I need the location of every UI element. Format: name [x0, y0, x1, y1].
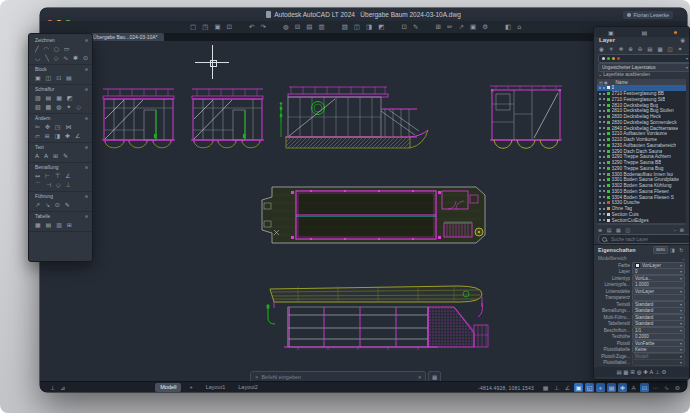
layer-freeze-icon[interactable] — [603, 144, 605, 146]
statusbar-left-icon[interactable]: ⊥ — [50, 384, 55, 391]
layout-tab[interactable]: Layout2 — [233, 383, 263, 392]
toolbar-icon-group[interactable]: ↶ ↷ — [249, 23, 268, 31]
status-toggle-icon[interactable]: ▦ — [541, 383, 550, 392]
palette-tool-icons-row[interactable]: ▨ ▤ ▦ ◩ — [35, 93, 88, 102]
palette-section-options-icon[interactable] — [85, 195, 88, 198]
layer-visibility-icon[interactable] — [599, 110, 601, 112]
layer-visibility-icon[interactable] — [599, 213, 601, 215]
toolbar-icon-group[interactable]: ◍ ⊟ ▤ ▥ — [283, 23, 327, 31]
layer-freeze-icon[interactable] — [603, 121, 605, 123]
layer-color-swatch[interactable] — [607, 155, 610, 158]
layer-color-swatch[interactable] — [607, 219, 610, 222]
layer-color-swatch[interactable] — [607, 144, 610, 147]
layer-color-swatch[interactable] — [607, 115, 610, 118]
status-toggle-icon[interactable]: ◱ — [585, 383, 594, 392]
palette-section-options-icon[interactable] — [85, 166, 88, 169]
layer-visibility-icon[interactable] — [599, 156, 601, 158]
layer-visibility-icon[interactable] — [599, 167, 601, 169]
palette-tool-icons-row[interactable]: ↔ ⊢ ⊤ ∠ — [35, 171, 88, 180]
palette-tool-icons-row[interactable]: ▦ ▤ ▥ ⊞ — [35, 220, 88, 229]
toolbar-icon-group[interactable]: ⊡ ✎ — [401, 23, 420, 31]
layer-color-swatch[interactable] — [607, 121, 610, 124]
command-history-caret-icon[interactable]: ▾ — [418, 374, 421, 380]
palette-section-options-icon[interactable] — [85, 39, 88, 42]
layer-color-swatch[interactable] — [607, 92, 610, 95]
layer-visibility-icon[interactable] — [599, 179, 601, 181]
layer-freeze-icon[interactable] — [603, 162, 605, 164]
panel-tab-content-icon[interactable]: ▤ — [641, 29, 647, 36]
palette-tool-icons-row[interactable]: ╱ ◠ ○ ▭ — [35, 44, 88, 53]
status-toggle-icon[interactable]: ⊥ — [552, 383, 561, 392]
status-toggle-icon[interactable]: ∠ — [563, 383, 572, 392]
layer-visibility-icon[interactable] — [599, 133, 601, 135]
toolbar-icon-group[interactable]: ▢ ◳ ▣ ⊡ — [190, 23, 234, 31]
layer-search-field[interactable] — [598, 234, 690, 244]
palette-section-options-icon[interactable] — [85, 88, 88, 91]
command-input-hint[interactable]: Befehl eingeben — [261, 374, 418, 380]
palette-section-header[interactable]: Zeichnen — [35, 37, 88, 44]
layer-color-swatch[interactable] — [607, 98, 610, 101]
palette-tool-icons-row2[interactable]: ◡ ╲ ◇ ∿ ✱ ⊙ ⌒ — [35, 53, 88, 62]
layer-visibility-icon[interactable] — [599, 139, 601, 141]
palette-tool-icons-row[interactable]: A A ⊞ ✎ — [35, 151, 88, 160]
layer-freeze-icon[interactable] — [603, 87, 605, 89]
status-toggle-icon[interactable]: ⚙ — [673, 383, 682, 392]
layer-visibility-icon[interactable] — [599, 190, 601, 192]
drawing-tab-active[interactable]: Übergabe Bau...024-03-10A* — [87, 33, 164, 41]
layer-color-swatch[interactable] — [607, 104, 610, 107]
status-toggle-icon[interactable]: A — [629, 383, 638, 392]
layer-color-swatch[interactable] — [607, 127, 610, 130]
layer-freeze-icon[interactable] — [603, 196, 605, 198]
palette-section-options-icon[interactable] — [85, 117, 88, 120]
panel-tab-tools-icon[interactable]: ▣ — [608, 29, 614, 36]
status-toggle-icon[interactable]: ⋯ — [651, 383, 660, 392]
layer-freeze-icon[interactable] — [603, 150, 605, 152]
layer-list-collapse-toggle[interactable]: ⌄ Layerliste ausblenden — [598, 72, 650, 77]
palette-tool-icons-row2[interactable]: ▱ ⊞ ◨ ✚ ∠ — [35, 131, 88, 140]
layer-color-swatch[interactable] — [607, 86, 610, 89]
layer-freeze-icon[interactable] — [603, 219, 605, 221]
layer-freeze-icon[interactable] — [603, 190, 605, 192]
layer-visibility-icon[interactable] — [599, 162, 601, 164]
layer-color-swatch[interactable] — [607, 190, 610, 193]
layer-color-swatch[interactable] — [607, 150, 610, 153]
layer-tools-row[interactable]: ◉ ☀ ❄ ⊕ ⊖ ▤ ▦ ◫ ✦ — [594, 46, 689, 54]
status-toggle-icon[interactable]: ⌖ — [596, 383, 605, 392]
layer-freeze-icon[interactable] — [603, 110, 605, 112]
layer-filter-control[interactable]: ▾ — [598, 54, 690, 63]
palette-section-header[interactable]: Block — [35, 66, 88, 73]
layer-freeze-icon[interactable] — [603, 133, 605, 135]
layer-freeze-icon[interactable] — [603, 208, 605, 210]
layer-visibility-icon[interactable] — [599, 144, 601, 146]
title-bar[interactable]: Autodesk AutoCAD LT 2024 Übergabe Baum 2… — [40, 8, 687, 21]
layer-color-swatch[interactable] — [607, 213, 610, 216]
layer-visibility-icon[interactable] — [599, 196, 601, 198]
layer-visibility-icon[interactable] — [599, 104, 601, 106]
layout-tab[interactable]: Layout1 — [201, 383, 231, 392]
layer-freeze-icon[interactable] — [603, 139, 605, 141]
pin-panel-icon[interactable]: ◉ — [680, 37, 685, 43]
toolbar-icon-group[interactable]: ◧ ⌂ — [505, 23, 523, 31]
palette-section-header[interactable]: Bemaßung — [35, 164, 88, 171]
space-selector[interactable]: Modellbereich⌄ — [598, 255, 685, 261]
layer-header-name[interactable]: Name — [616, 80, 628, 85]
layer-freeze-icon[interactable] — [603, 213, 605, 215]
layout-tab[interactable]: + — [184, 383, 197, 392]
layer-footer-icons[interactable]: ⊕ ▤ ▦ ◫ — [598, 227, 632, 233]
status-toggle-icon[interactable]: ✚ — [618, 383, 627, 392]
layer-freeze-icon[interactable] — [603, 202, 605, 204]
layer-search-input[interactable] — [609, 236, 683, 243]
layer-visibility-icon[interactable] — [599, 98, 601, 100]
panel-footer-icons[interactable]: ▤ ▦ ⊞ ◍ ✚ A ⊥ ⚙ — [594, 367, 689, 377]
layer-freeze-icon[interactable] — [603, 116, 605, 118]
layer-visibility-icon[interactable] — [599, 127, 601, 129]
toolbar-icon-group[interactable]: ⊞ ✏ ↗ ▣ ⚙ — [435, 23, 490, 31]
layer-visibility-icon[interactable] — [599, 116, 601, 118]
layer-freeze-icon[interactable] — [603, 127, 605, 129]
layer-freeze-icon[interactable] — [603, 185, 605, 187]
layer-freeze-icon[interactable] — [603, 167, 605, 169]
layer-color-swatch[interactable] — [607, 207, 610, 210]
status-toggle-icon[interactable]: ▤ — [607, 383, 616, 392]
palette-section-header[interactable]: Ändern — [35, 115, 88, 122]
layer-color-swatch[interactable] — [607, 167, 610, 170]
